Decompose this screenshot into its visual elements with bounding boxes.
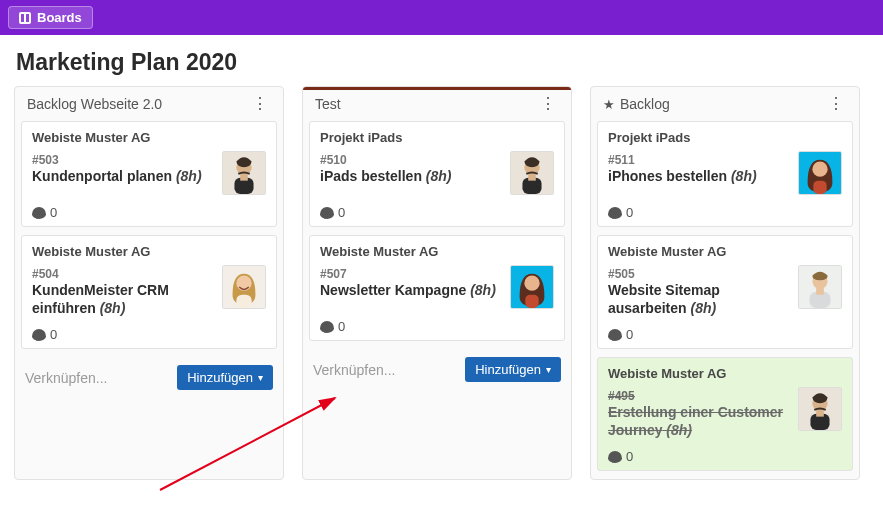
avatar[interactable] bbox=[798, 151, 842, 195]
card-title-text: Newsletter Kampagne bbox=[320, 282, 466, 298]
card-id: #505 bbox=[608, 267, 792, 281]
card[interactable]: Webiste Muster AG#495Erstellung einer Cu… bbox=[597, 357, 853, 471]
avatar[interactable] bbox=[798, 387, 842, 431]
comment-icon bbox=[32, 207, 46, 219]
card-body-row: #504KundenMeister CRM einführen (8h) bbox=[32, 263, 266, 317]
card-hours: (8h) bbox=[690, 300, 716, 316]
card-hours: (8h) bbox=[731, 168, 757, 184]
add-button[interactable]: Hinzufügen▾ bbox=[465, 357, 561, 382]
add-button-label: Hinzufügen bbox=[187, 370, 253, 385]
card-title: KundenMeister CRM einführen (8h) bbox=[32, 282, 216, 317]
comment-count: 0 bbox=[50, 327, 57, 342]
card[interactable]: Webiste Muster AG#507Newsletter Kampagne… bbox=[309, 235, 565, 341]
column: Test⋮Projekt iPads#510iPads bestellen (8… bbox=[302, 86, 572, 480]
comment-count: 0 bbox=[626, 449, 633, 464]
avatar[interactable] bbox=[222, 151, 266, 195]
comment-count: 0 bbox=[338, 319, 345, 334]
card[interactable]: Webiste Muster AG#503Kundenportal planen… bbox=[21, 121, 277, 227]
card-body: #505Website Sitemap ausarbeiten (8h) bbox=[608, 263, 792, 317]
card-body-row: #507Newsletter Kampagne (8h) bbox=[320, 263, 554, 309]
card-hours: (8h) bbox=[426, 168, 452, 184]
column-header: Test⋮ bbox=[303, 87, 571, 121]
card[interactable]: Projekt iPads#510iPads bestellen (8h)0 bbox=[309, 121, 565, 227]
comment-icon bbox=[608, 207, 622, 219]
top-bar: Boards bbox=[0, 0, 883, 35]
card-body: #504KundenMeister CRM einführen (8h) bbox=[32, 263, 216, 317]
card-body: #507Newsletter Kampagne (8h) bbox=[320, 263, 504, 309]
card-body: #495Erstellung einer Customer Journey (8… bbox=[608, 385, 792, 439]
avatar[interactable] bbox=[510, 151, 554, 195]
link-input[interactable]: Verknüpfen... bbox=[25, 370, 108, 386]
card-id: #511 bbox=[608, 153, 792, 167]
card-comments[interactable]: 0 bbox=[320, 195, 554, 220]
chevron-down-icon: ▾ bbox=[258, 372, 263, 383]
card-comments[interactable]: 0 bbox=[320, 309, 554, 334]
card-title-text: iPhones bestellen bbox=[608, 168, 727, 184]
column-menu-icon[interactable]: ⋮ bbox=[249, 96, 271, 112]
comment-count: 0 bbox=[338, 205, 345, 220]
card-comments[interactable]: 0 bbox=[608, 317, 842, 342]
card-title: Kundenportal planen (8h) bbox=[32, 168, 216, 186]
add-button[interactable]: Hinzufügen▾ bbox=[177, 365, 273, 390]
card-project: Webiste Muster AG bbox=[32, 122, 266, 149]
card-hours: (8h) bbox=[100, 300, 126, 316]
card-project: Webiste Muster AG bbox=[608, 236, 842, 263]
comment-count: 0 bbox=[50, 205, 57, 220]
column: ★Backlog⋮Projekt iPads#511iPhones bestel… bbox=[590, 86, 860, 480]
card-body: #503Kundenportal planen (8h) bbox=[32, 149, 216, 195]
boards-label: Boards bbox=[37, 10, 82, 25]
board-area: Backlog Webseite 2.0⋮Webiste Muster AG#5… bbox=[0, 86, 883, 494]
column-title-label: Backlog bbox=[620, 96, 670, 112]
column-footer: Verknüpfen...Hinzufügen▾ bbox=[303, 349, 571, 392]
comment-icon bbox=[608, 451, 622, 463]
card-title-text: Kundenportal planen bbox=[32, 168, 172, 184]
column-header: Backlog Webseite 2.0⋮ bbox=[15, 87, 283, 121]
column: Backlog Webseite 2.0⋮Webiste Muster AG#5… bbox=[14, 86, 284, 480]
card[interactable]: Webiste Muster AG#504KundenMeister CRM e… bbox=[21, 235, 277, 349]
card-comments[interactable]: 0 bbox=[608, 195, 842, 220]
avatar[interactable] bbox=[222, 265, 266, 309]
column-title[interactable]: Backlog Webseite 2.0 bbox=[27, 96, 162, 112]
column-title[interactable]: Test bbox=[315, 96, 341, 112]
comment-icon bbox=[32, 329, 46, 341]
column-title[interactable]: ★Backlog bbox=[603, 96, 670, 112]
column-menu-icon[interactable]: ⋮ bbox=[537, 96, 559, 112]
card-comments[interactable]: 0 bbox=[608, 439, 842, 464]
comment-icon bbox=[320, 207, 334, 219]
card-project: Webiste Muster AG bbox=[320, 236, 554, 263]
card-id: #503 bbox=[32, 153, 216, 167]
column-title-label: Backlog Webseite 2.0 bbox=[27, 96, 162, 112]
card-title: Erstellung einer Customer Journey (8h) bbox=[608, 404, 792, 439]
avatar[interactable] bbox=[510, 265, 554, 309]
card-hours: (8h) bbox=[176, 168, 202, 184]
card-title: iPads bestellen (8h) bbox=[320, 168, 504, 186]
card[interactable]: Projekt iPads#511iPhones bestellen (8h)0 bbox=[597, 121, 853, 227]
card-comments[interactable]: 0 bbox=[32, 317, 266, 342]
star-icon: ★ bbox=[603, 97, 615, 112]
boards-button[interactable]: Boards bbox=[8, 6, 93, 29]
card-hours: (8h) bbox=[470, 282, 496, 298]
comment-count: 0 bbox=[626, 205, 633, 220]
comment-icon bbox=[608, 329, 622, 341]
card-hours: (8h) bbox=[666, 422, 692, 438]
card-project: Projekt iPads bbox=[320, 122, 554, 149]
card-comments[interactable]: 0 bbox=[32, 195, 266, 220]
card-id: #510 bbox=[320, 153, 504, 167]
page-title: Marketing Plan 2020 bbox=[0, 35, 883, 86]
card-id: #507 bbox=[320, 267, 504, 281]
avatar[interactable] bbox=[798, 265, 842, 309]
column-menu-icon[interactable]: ⋮ bbox=[825, 96, 847, 112]
card-project: Webiste Muster AG bbox=[608, 358, 842, 385]
link-input[interactable]: Verknüpfen... bbox=[313, 362, 396, 378]
card[interactable]: Webiste Muster AG#505Website Sitemap aus… bbox=[597, 235, 853, 349]
card-title-text: iPads bestellen bbox=[320, 168, 422, 184]
card-title: iPhones bestellen (8h) bbox=[608, 168, 792, 186]
card-body-row: #505Website Sitemap ausarbeiten (8h) bbox=[608, 263, 842, 317]
card-title: Website Sitemap ausarbeiten (8h) bbox=[608, 282, 792, 317]
chevron-down-icon: ▾ bbox=[546, 364, 551, 375]
card-id: #504 bbox=[32, 267, 216, 281]
card-body-row: #495Erstellung einer Customer Journey (8… bbox=[608, 385, 842, 439]
card-body-row: #503Kundenportal planen (8h) bbox=[32, 149, 266, 195]
column-header: ★Backlog⋮ bbox=[591, 87, 859, 121]
boards-icon bbox=[19, 12, 31, 24]
